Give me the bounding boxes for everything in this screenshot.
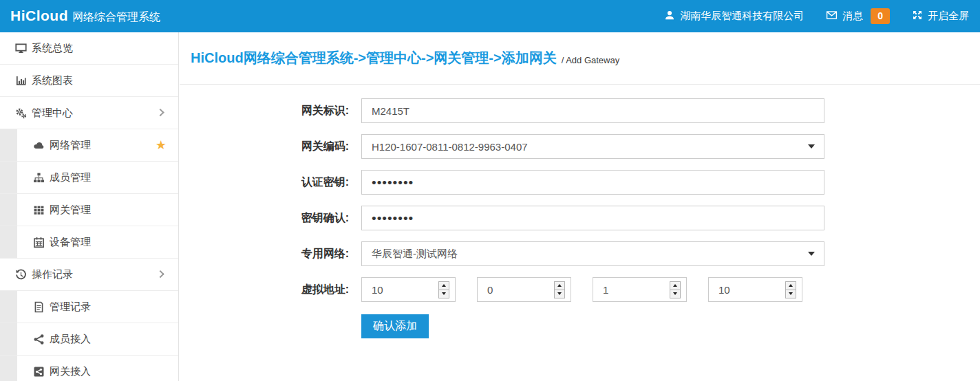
octet-3-value: 1: [603, 284, 608, 296]
add-gateway-form: 网关标识: 网关编码: H120-1607-0811-0812-9963-040…: [180, 85, 980, 338]
virtual-address-octet-2[interactable]: 0: [477, 277, 571, 302]
sidebar-item-label: 成员接入: [50, 333, 91, 346]
caret-down-icon: [808, 252, 815, 256]
favorite-star-icon[interactable]: ★: [156, 139, 167, 151]
number-spinner: [785, 281, 796, 298]
auth-key-control: [361, 170, 824, 195]
sidebar-item-operation-records[interactable]: 操作记录: [0, 259, 178, 291]
fullscreen-arrows-icon: [912, 10, 923, 23]
chevron-right-icon: [156, 109, 164, 116]
spinner-up-button[interactable]: [786, 282, 796, 290]
spinner-down-button[interactable]: [670, 290, 680, 298]
octet-4-value: 10: [718, 284, 730, 296]
document-icon: [33, 301, 45, 313]
messages-count-badge: 0: [871, 8, 890, 24]
brand-subtitle: 网络综合管理系统: [72, 10, 160, 25]
virtual-address-octet-1[interactable]: 10: [361, 277, 456, 302]
sidebar-item-system-charts[interactable]: 系统图表: [0, 65, 178, 97]
number-spinner: [438, 281, 449, 298]
chevron-right-icon: [156, 270, 164, 278]
cloud-icon: [33, 140, 45, 151]
fullscreen-label: 开启全屏: [928, 10, 969, 23]
top-navbar: HiCloud 网络综合管理系统 湖南华辰智通科技有限公司 消息 0 开启全屏: [0, 0, 980, 32]
number-spinner: [554, 281, 565, 298]
gears-icon: [15, 107, 27, 119]
sitemap-icon: [33, 172, 45, 184]
fullscreen-toggle[interactable]: 开启全屏: [912, 10, 969, 23]
gateway-code-select[interactable]: H120-1607-0811-0812-9963-0407: [361, 134, 824, 159]
spinner-up-button[interactable]: [670, 282, 680, 290]
sidebar-nav: 系统总览 系统图表 管理中心 网络管理 ★ 成员管理 网关管理 设备管理 操作记…: [0, 32, 179, 381]
user-account-menu[interactable]: 湖南华辰智通科技有限公司: [664, 10, 804, 23]
form-row: 网关标识:: [180, 98, 980, 123]
messages-menu[interactable]: 消息 0: [826, 8, 890, 24]
sidebar-item-label: 网关接入: [50, 365, 91, 378]
messages-label: 消息: [842, 10, 863, 23]
grid-icon: [33, 204, 45, 216]
gateway-id-control: [361, 98, 824, 123]
page-header: HiCloud网络综合管理系统->管理中心->网关管理->添加网关 / Add …: [180, 32, 980, 85]
breadcrumb-suffix: / Add Gateway: [562, 52, 620, 65]
spinner-up-button[interactable]: [439, 282, 449, 290]
sidebar-item-member-access[interactable]: 成员接入: [0, 323, 178, 356]
private-network-select[interactable]: 华辰智通-测试网络: [361, 241, 824, 266]
virtual-address-octet-4[interactable]: 10: [708, 277, 802, 302]
sidebar-item-label: 系统图表: [32, 74, 73, 87]
sidebar-item-label: 管理中心: [32, 107, 73, 120]
sidebar-item-label: 网关管理: [50, 204, 91, 217]
private-network-label: 专用网络:: [180, 247, 361, 261]
envelope-icon: [826, 10, 838, 23]
form-row: 专用网络: 华辰智通-测试网络: [180, 241, 980, 266]
key-confirm-input[interactable]: [362, 206, 824, 230]
company-name: 湖南华辰智通科技有限公司: [680, 10, 804, 23]
form-row: 密钥确认:: [180, 206, 980, 230]
form-row: 虚拟地址: 10 0 1: [180, 277, 980, 302]
virtual-address-label: 虚拟地址:: [180, 283, 361, 297]
sidebar-item-system-overview[interactable]: 系统总览: [0, 32, 178, 65]
octet-1-value: 10: [372, 284, 383, 296]
sidebar-item-management-records[interactable]: 管理记录: [0, 291, 178, 323]
key-confirm-label: 密钥确认:: [180, 211, 361, 226]
history-icon: [15, 269, 27, 281]
form-row: 网关编码: H120-1607-0811-0812-9963-0407: [180, 134, 980, 159]
confirm-add-button[interactable]: 确认添加: [361, 314, 429, 338]
share-icon: [33, 334, 45, 345]
private-network-selected-value: 华辰智通-测试网络: [362, 248, 458, 261]
gateway-id-label: 网关标识:: [180, 104, 361, 118]
spinner-up-button[interactable]: [555, 282, 564, 290]
spinner-down-button[interactable]: [555, 290, 564, 298]
auth-key-label: 认证密钥:: [180, 175, 361, 190]
sidebar-item-network-management[interactable]: 网络管理 ★: [0, 129, 178, 162]
share-square-icon: [33, 366, 45, 378]
topbar-right: 湖南华辰智通科技有限公司 消息 0 开启全屏: [642, 8, 980, 24]
sidebar-item-member-management[interactable]: 成员管理: [0, 162, 178, 194]
breadcrumb: HiCloud网络综合管理系统->管理中心->网关管理->添加网关: [191, 49, 557, 67]
gateway-code-label: 网关编码:: [180, 140, 361, 154]
auth-key-input[interactable]: [362, 171, 824, 194]
sidebar-item-label: 管理记录: [50, 301, 91, 314]
sidebar-item-label: 网络管理: [50, 139, 91, 152]
brand-name: HiCloud: [10, 8, 68, 24]
spinner-down-button[interactable]: [439, 290, 449, 298]
form-row: 认证密钥:: [180, 170, 980, 195]
sidebar-item-label: 操作记录: [32, 268, 73, 281]
sidebar-item-label: 设备管理: [50, 236, 91, 249]
main-content: HiCloud网络综合管理系统->管理中心->网关管理->添加网关 / Add …: [180, 32, 980, 381]
octet-2-value: 0: [487, 284, 493, 296]
sidebar-item-label: 成员管理: [50, 171, 91, 184]
desktop-icon: [15, 43, 27, 54]
spinner-down-button[interactable]: [786, 290, 796, 298]
sidebar-item-device-management[interactable]: 设备管理: [0, 226, 178, 259]
sidebar-item-gateway-access[interactable]: 网关接入: [0, 356, 178, 381]
sidebar-item-management-center[interactable]: 管理中心: [0, 97, 178, 129]
sidebar-item-gateway-management[interactable]: 网关管理: [0, 194, 178, 226]
calendar-icon: [33, 237, 45, 248]
caret-down-icon: [808, 144, 815, 149]
sidebar-item-label: 系统总览: [32, 42, 73, 55]
gateway-id-input[interactable]: [362, 99, 824, 122]
virtual-address-octet-3[interactable]: 1: [593, 277, 687, 302]
app-brand[interactable]: HiCloud 网络综合管理系统: [0, 8, 160, 25]
bar-chart-icon: [15, 75, 27, 87]
gateway-code-selected-value: H120-1607-0811-0812-9963-0407: [362, 141, 528, 153]
key-confirm-control: [361, 206, 824, 230]
